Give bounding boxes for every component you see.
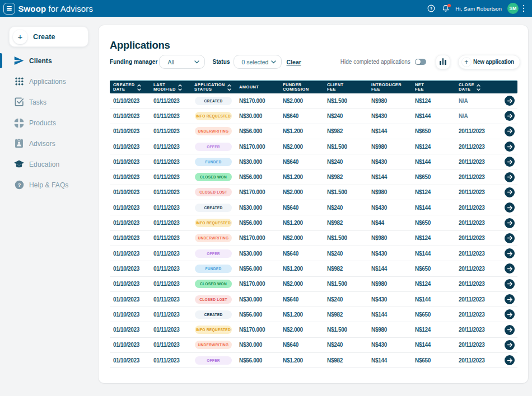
column-header-funder-comission: FUNDER COMISSION xyxy=(279,83,324,92)
avatar[interactable]: SM xyxy=(507,3,519,14)
cell-amount: N$56.000 xyxy=(236,266,279,272)
cell-application-status: OFFER xyxy=(191,356,236,365)
sidebar-item-label: Clients xyxy=(29,57,52,65)
column-header-created-date[interactable]: CREATED DATE xyxy=(110,83,150,92)
sidebar-item-education[interactable]: Education xyxy=(0,154,99,175)
open-row-arrow-button[interactable] xyxy=(505,248,515,258)
cell-funder-comission: N$1.200 xyxy=(279,312,324,318)
cell-net-fee: N$650 xyxy=(412,357,455,364)
cell-created-date: 01/10/2023 xyxy=(110,327,150,333)
open-row-arrow-button[interactable] xyxy=(505,202,515,213)
cell-client-fee: N$982 xyxy=(324,174,368,180)
cell-client-fee: N$982 xyxy=(324,357,368,364)
open-row-arrow-button[interactable] xyxy=(505,111,515,121)
cell-close-date: 20/11/2023 xyxy=(455,159,496,165)
notifications-bell-icon[interactable] xyxy=(442,4,450,12)
table-row: 01/10/2023 01/11/2023 OFFER N$170.000 N$… xyxy=(110,139,517,154)
open-row-arrow-button[interactable] xyxy=(505,233,515,243)
clear-filters-link[interactable]: Clear xyxy=(287,59,301,65)
cell-client-fee: N$240 xyxy=(324,205,368,211)
plus-icon: + xyxy=(462,58,471,67)
task-check-icon xyxy=(14,97,24,107)
cell-application-status: CLOSED LOST xyxy=(191,295,236,304)
cell-introducer-fee: N$44 xyxy=(368,220,412,226)
open-row-arrow-button[interactable] xyxy=(505,172,515,182)
column-header-application-status[interactable]: APPLICATION STATUS xyxy=(191,83,236,92)
status-select[interactable]: 0 selected xyxy=(234,55,282,69)
sort-arrows-icon[interactable] xyxy=(137,84,141,91)
cell-last-modified: 01/11/2023 xyxy=(150,159,191,165)
funding-manager-select[interactable]: All xyxy=(159,55,205,69)
sidebar-item-clients[interactable]: Clients xyxy=(0,50,99,71)
help-icon[interactable]: ? xyxy=(427,4,435,12)
cell-application-status: OFFER xyxy=(191,249,236,258)
column-header-close-date[interactable]: CLOSE DATE xyxy=(455,83,496,92)
cell-net-fee: N$124 xyxy=(412,327,455,333)
new-application-button[interactable]: + New application xyxy=(458,55,520,69)
open-row-arrow-button[interactable] xyxy=(505,126,515,136)
sidebar-item-label: Products xyxy=(29,119,56,127)
open-row-arrow-button[interactable] xyxy=(505,279,515,289)
open-row-arrow-button[interactable] xyxy=(505,340,515,350)
cell-close-date: 20/11/2023 xyxy=(455,312,496,318)
sort-arrows-icon[interactable] xyxy=(227,84,231,91)
table-header: CREATED DATE LAST MODIFIED APPLICATION S… xyxy=(110,80,517,93)
table-row: 01/10/2023 01/11/2023 CLOSED LOST N$30.0… xyxy=(110,292,517,307)
sort-arrows-icon[interactable] xyxy=(178,84,182,91)
open-row-arrow-button[interactable] xyxy=(505,263,515,274)
open-row-arrow-button[interactable] xyxy=(505,294,515,304)
status-label: Status xyxy=(212,59,230,65)
table-row: 01/10/2023 01/11/2023 OFFER N$30.000 N$6… xyxy=(110,246,517,261)
open-row-arrow-button[interactable] xyxy=(505,157,515,167)
hide-completed-toggle[interactable] xyxy=(415,59,426,65)
sidebar: + Create Clients Applications Tasks Prod… xyxy=(0,17,99,396)
cell-close-date: 20/11/2023 xyxy=(455,189,496,195)
sidebar-item-label: Tasks xyxy=(29,98,46,106)
products-wheel-icon xyxy=(14,118,24,128)
cell-amount: N$170.000 xyxy=(236,98,279,104)
cell-net-fee: N$144 xyxy=(412,251,455,257)
cell-net-fee: N$650 xyxy=(412,266,455,272)
cell-client-fee: N$982 xyxy=(324,220,368,226)
graduation-cap-icon xyxy=(14,159,24,169)
cell-close-date: 20/11/2023 xyxy=(455,296,496,303)
sidebar-item-applications[interactable]: Applications xyxy=(0,71,99,92)
column-header-last-modified[interactable]: LAST MODIFIED xyxy=(150,83,191,92)
cell-net-fee: N$144 xyxy=(412,342,455,348)
status-value: 0 selected xyxy=(242,59,269,65)
open-row-arrow-button[interactable] xyxy=(505,142,515,152)
sidebar-item-products[interactable]: Products xyxy=(0,112,99,133)
cell-created-date: 01/10/2023 xyxy=(110,205,150,211)
chart-view-button[interactable] xyxy=(436,55,450,69)
open-row-arrow-button[interactable] xyxy=(505,325,515,335)
cell-amount: N$56.000 xyxy=(236,174,279,180)
open-row-arrow-button[interactable] xyxy=(505,355,515,365)
sidebar-item-advisors[interactable]: Advisors xyxy=(0,133,99,154)
app-logo-rest: for Advisors xyxy=(46,4,93,13)
svg-text:?: ? xyxy=(17,182,21,188)
open-row-arrow-button[interactable] xyxy=(505,96,515,106)
cell-amount: N$170.000 xyxy=(236,189,279,195)
cell-application-status: INFO REQUESTED xyxy=(191,112,236,120)
cell-created-date: 01/10/2023 xyxy=(110,251,150,257)
sidebar-item-tasks[interactable]: Tasks xyxy=(0,92,99,112)
table-row: 01/10/2023 01/11/2023 CREATED N$170.000 … xyxy=(110,93,517,109)
status-badge: INFO REQUESTED xyxy=(195,219,232,227)
open-row-arrow-button[interactable] xyxy=(505,187,515,197)
status-badge: UNDERWRITING xyxy=(195,234,232,242)
open-row-arrow-button[interactable] xyxy=(505,309,515,319)
cell-application-status: CREATED xyxy=(191,310,236,319)
kebab-menu-icon[interactable] xyxy=(522,4,525,12)
sort-arrows-icon[interactable] xyxy=(477,84,480,91)
status-badge: CREATED xyxy=(195,204,232,212)
hamburger-menu-icon[interactable] xyxy=(3,3,15,15)
cell-created-date: 01/10/2023 xyxy=(110,159,150,165)
cell-close-date: 20/11/2023 xyxy=(455,266,496,272)
create-button[interactable]: + Create xyxy=(9,26,88,47)
status-badge: CREATED xyxy=(195,97,232,105)
column-header-net-fee: NET FEE xyxy=(412,83,455,92)
sidebar-item-help-faqs[interactable]: ? Help & FAQs xyxy=(0,175,99,195)
open-row-arrow-button[interactable] xyxy=(505,218,515,228)
cell-created-date: 01/10/2023 xyxy=(110,189,150,195)
notification-dot xyxy=(447,4,451,7)
